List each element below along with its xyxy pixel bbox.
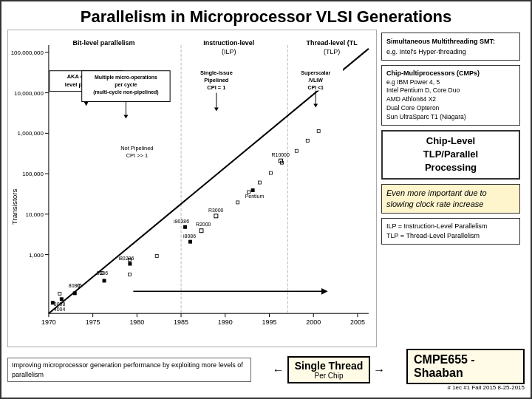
svg-text:R3000: R3000 [208,208,224,213]
svg-rect-62 [251,188,255,192]
svg-text:Single-issue: Single-issue [200,69,233,76]
svg-text:Bit-level parallelism: Bit-level parallelism [73,39,135,47]
svg-text:R2000: R2000 [196,222,211,227]
arrow-right-icon: → [373,364,385,377]
chip-level-line3: Processing [387,161,514,174]
svg-text:Thread-level (TL: Thread-level (TL [307,39,358,47]
arrow-left-icon: ← [273,364,284,377]
svg-text:R10000: R10000 [271,152,289,157]
svg-text:10,000,000: 10,000,000 [14,90,44,97]
per-chip-label: Per Chip [295,372,364,380]
svg-text:1985: 1985 [174,318,188,326]
even-more-text: Even more important due to slowing clock… [386,188,487,208]
svg-text:1995: 1995 [262,318,277,326]
single-thread-label: Single Thread [295,360,364,372]
svg-text:per cycle: per cycle [115,82,137,88]
svg-text:2005: 2005 [350,318,365,326]
chip-level-box: Chip-Level TLP/Parallel Processing [381,130,520,180]
svg-text:8008: 8008 [54,301,66,307]
svg-text:i8086: i8086 [183,233,196,239]
svg-text:1990: 1990 [218,318,233,326]
svg-text:Pipelined: Pipelined [204,77,229,83]
svg-text:1970: 1970 [41,318,56,326]
even-more-box: Even more important due to slowing clock… [381,184,520,214]
svg-rect-48 [128,262,132,266]
chip-level-line1: Chip-Level [387,134,514,148]
svg-text:Multiple micro-operations: Multiple micro-operations [95,75,157,81]
svg-text:2000: 2000 [306,318,321,326]
svg-text:(ILP): (ILP) [222,48,236,55]
svg-text:100,000: 100,000 [22,171,44,177]
svg-text:10,000: 10,000 [26,211,44,218]
bottom-left-text: Improving microprocessor generation perf… [7,358,251,382]
right-panel: Simultaneous Multithreading SMT: e.g. In… [377,30,525,347]
svg-text:1,000: 1,000 [29,252,44,259]
svg-text:1,000,000: 1,000,000 [18,130,44,137]
svg-text:i80286: i80286 [118,256,134,261]
svg-text:/VLIW: /VLIW [309,78,324,83]
chip-level-line2: TLP/Parallel [387,148,514,161]
svg-text:Not Pipelined: Not Pipelined [120,145,153,151]
chart-area: Transistors 100,000,000 10,000,000 1,000… [7,30,377,347]
svg-text:(TLP): (TLP) [324,48,340,55]
svg-rect-52 [188,240,192,244]
svg-text:(multi-cycle non-pipelined): (multi-cycle non-pipelined) [93,89,158,95]
chip-multi-box: Chip-Multiprocessors (CMPs) e.g IBM Powe… [381,65,520,126]
bottom-row: Improving microprocessor generation perf… [7,349,525,391]
svg-text:CPI >> 1: CPI >> 1 [126,152,148,159]
svg-text:CPI <1: CPI <1 [307,85,324,90]
svg-text:4004: 4004 [54,307,66,312]
chart-svg: Transistors 100,000,000 10,000,000 1,000… [8,30,376,347]
svg-text:1980: 1980 [129,318,144,326]
svg-text:Superscalar: Superscalar [301,70,330,76]
svg-text:Transistors: Transistors [10,188,18,225]
svg-text:i80386: i80386 [174,219,189,224]
ilp-tlp-box: ILP = Instruction-Level Parallelism TLP … [381,218,520,244]
svg-text:Instruction-level: Instruction-level [203,39,254,47]
svg-rect-44 [73,291,77,295]
simultaneous-title: Simultaneous Multithreading SMT: [386,38,495,45]
svg-text:1975: 1975 [86,318,100,326]
tlp-line: TLP = Thread-Level Parallelism [386,231,515,241]
chip-multi-desc: e.g IBM Power 4, 5 Intel Pentium D, Core… [386,78,515,122]
svg-text:100,000,000: 100,000,000 [11,50,44,56]
svg-rect-56 [183,225,187,229]
slide: Parallelism in Microprocessor VLSI Gener… [0,0,532,399]
simultaneous-desc: e.g. Intel's Hyper-threading [386,48,466,55]
course-label: CMPE655 - Shaaban [406,349,525,384]
chip-multi-title: Chip-Multiprocessors (CMPs) [386,69,515,78]
svg-text:CPI = 1: CPI = 1 [207,84,225,91]
slide-title: Parallelism in Microprocessor VLSI Gener… [7,7,525,27]
svg-text:Pentium: Pentium [245,194,265,199]
ilp-line: ILP = Instruction-Level Parallelism [386,222,515,231]
footer-text: # 1ec #1 Fall 2015 8-25-2015 [406,384,525,391]
svg-rect-42 [60,297,64,301]
svg-rect-46 [103,279,106,282]
simultaneous-box: Simultaneous Multithreading SMT: e.g. In… [381,33,520,61]
